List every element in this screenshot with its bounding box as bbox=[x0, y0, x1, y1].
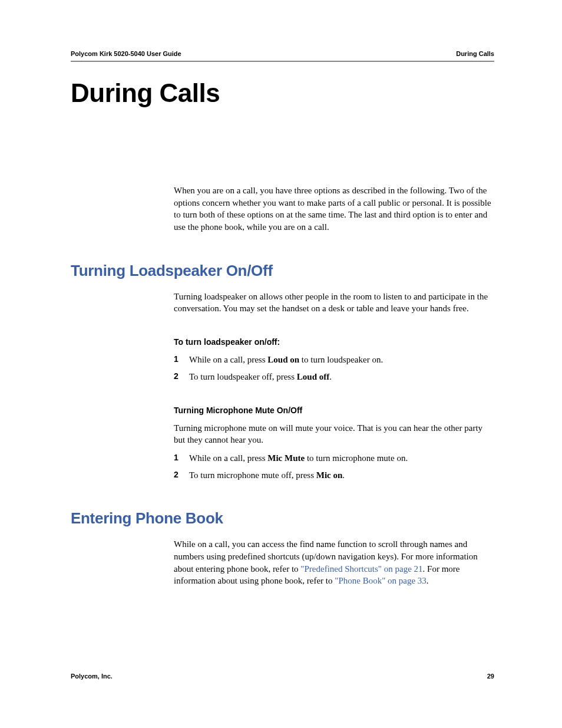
list-item: 1 While on a call, press Mic Mute to tur… bbox=[174, 452, 494, 465]
footer-left: Polycom, Inc. bbox=[71, 673, 113, 680]
header-rule bbox=[71, 61, 494, 62]
header-right: During Calls bbox=[456, 50, 494, 57]
list-item: 2 To turn microphone mute off, press Mic… bbox=[174, 469, 494, 482]
intro-paragraph: When you are on a call, you have three o… bbox=[174, 185, 494, 233]
page-footer: Polycom, Inc. 29 bbox=[71, 673, 494, 680]
mic-mute-paragraph: Turning microphone mute on will mute you… bbox=[174, 422, 494, 446]
step-text: While on a call, press Mic Mute to turn … bbox=[189, 452, 494, 465]
step-number: 1 bbox=[174, 452, 189, 465]
list-item: 1 While on a call, press Loud on to turn… bbox=[174, 354, 494, 366]
page-header: Polycom Kirk 5020-5040 User Guide During… bbox=[71, 50, 494, 57]
mic-mute-steps: 1 While on a call, press Mic Mute to tur… bbox=[174, 452, 494, 481]
section-heading-phone-book: Entering Phone Book bbox=[71, 509, 494, 528]
loadspeaker-steps: 1 While on a call, press Loud on to turn… bbox=[174, 354, 494, 383]
step-text: To turn microphone mute off, press Mic o… bbox=[189, 469, 494, 482]
step-number: 2 bbox=[174, 371, 189, 383]
section-phone-book: Entering Phone Book While on a call, you… bbox=[71, 509, 494, 587]
phone-book-paragraph: While on a call, you can access the find… bbox=[174, 538, 494, 587]
list-item: 2 To turn loudspeaker off, press Loud of… bbox=[174, 371, 494, 383]
step-number: 2 bbox=[174, 469, 189, 482]
footer-page-number: 29 bbox=[487, 673, 494, 680]
step-text: While on a call, press Loud on to turn l… bbox=[189, 354, 494, 366]
chapter-title: During Calls bbox=[71, 78, 494, 108]
link-predefined-shortcuts[interactable]: "Predefined Shortcuts" on page 21 bbox=[300, 564, 422, 574]
step-number: 1 bbox=[174, 354, 189, 366]
header-left: Polycom Kirk 5020-5040 User Guide bbox=[71, 50, 181, 57]
loadspeaker-paragraph: Turning loadspeaker on allows other peop… bbox=[174, 291, 494, 315]
sub-heading-turn-loadspeaker: To turn loadspeaker on/off: bbox=[174, 337, 494, 347]
sub-heading-mic-mute: Turning Microphone Mute On/Off bbox=[174, 406, 494, 415]
section-loadspeaker: Turning Loadspeaker On/Off Turning loads… bbox=[71, 262, 494, 482]
link-phone-book[interactable]: "Phone Book" on page 33 bbox=[335, 576, 427, 585]
section-heading-loadspeaker: Turning Loadspeaker On/Off bbox=[71, 262, 494, 280]
step-text: To turn loudspeaker off, press Loud off. bbox=[189, 371, 494, 383]
